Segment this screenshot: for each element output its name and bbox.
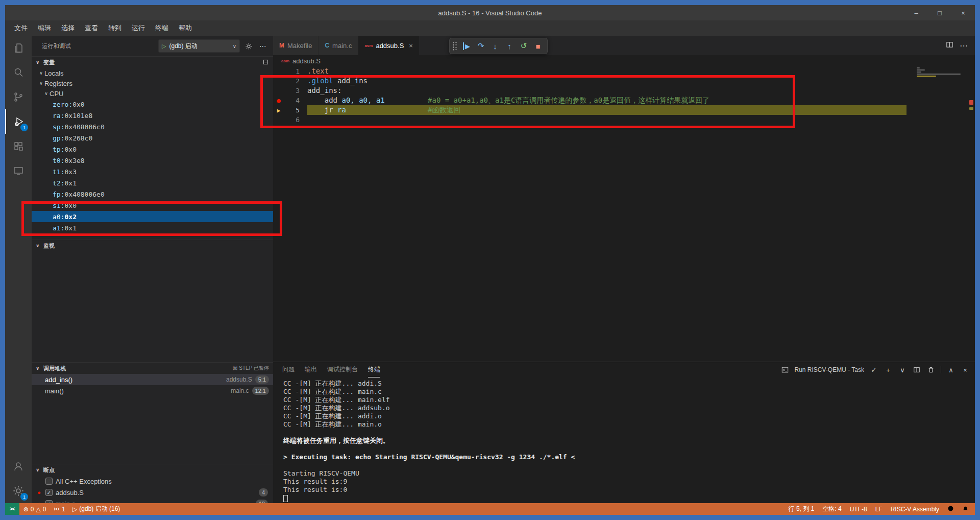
stack-frame[interactable]: main()main.c12:1	[32, 385, 273, 396]
scope-row-Registers[interactable]: ∨Registers	[32, 78, 273, 88]
step-out-button[interactable]: ↑	[503, 39, 516, 53]
register-row-gp[interactable]: gp: 0x268c0	[32, 132, 273, 144]
eol[interactable]: LF	[875, 506, 883, 513]
watch-section-header[interactable]: ∨ 监视	[32, 240, 273, 251]
frame-line-badge: 5:1	[255, 375, 269, 384]
start-debug-icon[interactable]: ▷	[162, 43, 166, 50]
activity-explorer[interactable]	[5, 36, 32, 60]
scope-row-CPU[interactable]: ∨CPU	[32, 88, 273, 99]
menu-item-终端[interactable]: 终端	[150, 20, 174, 36]
register-row-fp[interactable]: fp: 0x408006e0	[32, 188, 273, 200]
breadcrumb[interactable]: asm addsub.S	[273, 55, 975, 66]
panel-tab-调试控制台[interactable]: 调试控制台	[327, 362, 358, 377]
maximize-panel-button[interactable]: ∧	[946, 365, 955, 374]
terminal-dropdown-icon[interactable]: ∨	[898, 365, 907, 374]
activity-run-debug[interactable]: 1	[5, 109, 32, 134]
split-terminal-button[interactable]	[912, 365, 921, 374]
breakpoint-row[interactable]: All C++ Exceptions	[32, 476, 273, 487]
launch-config-dropdown[interactable]: ▷ (gdb) 启动 ∨	[158, 39, 240, 53]
activity-remote-explorer[interactable]	[5, 158, 32, 183]
restart-button[interactable]: ↺	[517, 39, 530, 53]
step-over-button[interactable]: ↷	[474, 39, 487, 53]
close-panel-button[interactable]: ×	[961, 365, 970, 374]
maximize-button[interactable]: □	[928, 5, 951, 20]
continue-button[interactable]: ▶	[460, 39, 473, 53]
register-row-a0[interactable]: a0: 0x2	[32, 211, 273, 222]
tab-addsub.S[interactable]: asmaddsub.S×	[358, 36, 420, 55]
register-row-tp[interactable]: tp: 0x0	[32, 144, 273, 155]
activity-source-control[interactable]	[5, 85, 32, 109]
activity-settings[interactable]: 1	[5, 479, 32, 503]
register-row-ra[interactable]: ra: 0x101e8	[32, 110, 273, 121]
new-terminal-button[interactable]: +	[884, 365, 893, 374]
menu-item-编辑[interactable]: 编辑	[33, 20, 56, 36]
line-number: 1	[284, 66, 307, 76]
menu-item-运行[interactable]: 运行	[127, 20, 150, 36]
scope-row-Locals[interactable]: ∨Locals	[32, 68, 273, 78]
menu-item-查看[interactable]: 查看	[80, 20, 103, 36]
language-mode[interactable]: RISC-V Assembly	[891, 506, 939, 513]
collapse-all-icon	[262, 59, 269, 65]
register-row-s1[interactable]: s1: 0x0	[32, 200, 273, 211]
stop-button[interactable]: ■	[531, 39, 545, 53]
menu-item-帮助[interactable]: 帮助	[174, 20, 197, 36]
breakpoint-row[interactable]: ●✓main.c12	[32, 498, 273, 503]
register-row-a1[interactable]: a1: 0x1	[32, 222, 273, 233]
variables-section-header[interactable]: ∨ 变量	[32, 57, 273, 68]
terminal-output[interactable]: CC -[M] 正在构建... addi.SCC -[M] 正在构建... ma…	[273, 377, 975, 503]
register-row-sp[interactable]: sp: 0x408006c0	[32, 121, 273, 132]
breakpoint-checkbox[interactable]	[45, 478, 53, 485]
terminal-task-label[interactable]: Run RISCV-QEMU - Task	[795, 366, 864, 373]
panel-tab-问题[interactable]: 问题	[282, 362, 295, 377]
drag-handle-icon[interactable]	[452, 41, 457, 51]
menu-item-选择[interactable]: 选择	[56, 20, 80, 36]
register-row-t0[interactable]: t0: 0x3e8	[32, 155, 273, 166]
menu-item-转到[interactable]: 转到	[103, 20, 127, 36]
more-actions-button[interactable]: ⋯	[257, 40, 268, 52]
tab-main.c[interactable]: Cmain.c	[318, 36, 358, 55]
kill-terminal-button[interactable]	[926, 365, 936, 374]
register-row-zero[interactable]: zero: 0x0	[32, 99, 273, 110]
configure-gear-button[interactable]	[243, 40, 254, 52]
terminal-line	[283, 494, 975, 502]
register-row-t2[interactable]: t2: 0x1	[32, 177, 273, 188]
minimize-button[interactable]: –	[904, 5, 928, 20]
editor[interactable]: asm addsub.S 1.text2.globl add_ins3add_i…	[273, 55, 975, 362]
stack-frame[interactable]: add_ins()addsub.S5:1	[32, 374, 273, 385]
ports-indicator[interactable]: 1	[50, 503, 68, 515]
breakpoints-section-header[interactable]: ∨ 断点	[32, 464, 273, 476]
remote-indicator[interactable]: ><	[5, 503, 19, 515]
problems-indicator[interactable]: ⊗0 △0	[20, 503, 50, 515]
close-icon[interactable]: ×	[409, 42, 413, 50]
collapse-all-icon[interactable]	[262, 59, 269, 66]
more-actions-icon[interactable]: ⋯	[960, 41, 968, 51]
menu-item-文件[interactable]: 文件	[9, 20, 33, 36]
continue-icon: ▶	[463, 42, 470, 50]
breakpoint-checkbox[interactable]: ✓	[45, 500, 53, 503]
breakpoint-icon[interactable]: ●	[273, 96, 284, 105]
overview-ruler[interactable]	[968, 55, 975, 362]
step-into-button[interactable]: ↓	[488, 39, 502, 53]
bell-icon[interactable]	[962, 505, 969, 513]
minimap[interactable]	[917, 67, 968, 362]
register-row-t1[interactable]: t1: 0x3	[32, 166, 273, 177]
panel-tab-终端[interactable]: 终端	[368, 362, 380, 377]
breakpoint-line-badge: 12	[256, 500, 268, 503]
activity-account[interactable]	[5, 454, 32, 479]
feedback-icon[interactable]	[947, 505, 954, 513]
cursor-position[interactable]: 行 5, 列 1	[789, 505, 815, 513]
breakpoint-checkbox[interactable]: ✓	[45, 489, 53, 496]
terminal-line: CC -[M] 正在构建... main.o	[283, 420, 975, 429]
register-name: sp:	[53, 123, 64, 131]
activity-extensions[interactable]	[5, 134, 32, 158]
split-editor-icon[interactable]	[946, 41, 953, 51]
tab-Makefile[interactable]: MMakefile	[273, 36, 318, 55]
breakpoint-row[interactable]: ●✓addsub.S4	[32, 487, 273, 498]
activity-search[interactable]	[5, 60, 32, 85]
indentation[interactable]: 空格: 4	[822, 505, 841, 513]
encoding[interactable]: UTF-8	[850, 506, 867, 513]
debug-session-indicator[interactable]: ▷ (gdb) 启动 (16)	[69, 503, 123, 515]
call-stack-section-header[interactable]: ∨ 调用堆栈 因 STEP 已暂停	[32, 363, 273, 374]
close-button[interactable]: ×	[951, 5, 975, 20]
panel-tab-输出[interactable]: 输出	[305, 362, 317, 377]
